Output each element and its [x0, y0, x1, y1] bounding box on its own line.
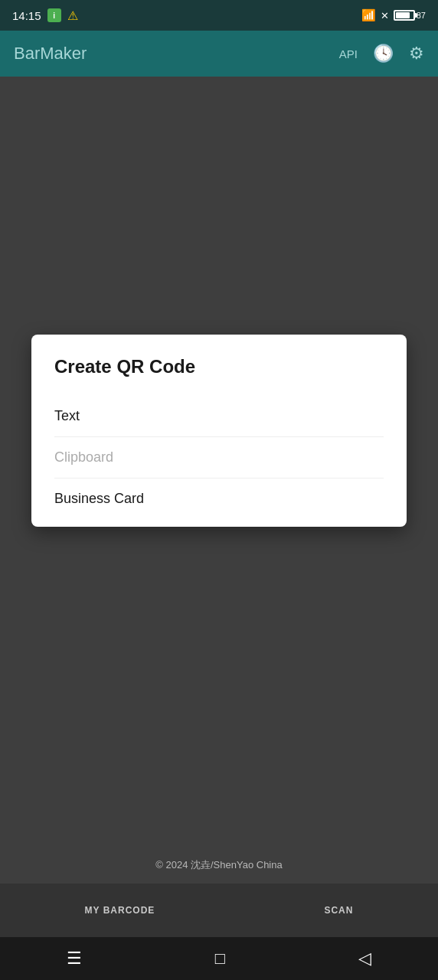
battery-box — [394, 10, 415, 21]
dialog-item-clipboard[interactable]: Clipboard — [54, 437, 384, 479]
tab-my-barcode[interactable]: MY BARCODE — [85, 905, 155, 916]
battery-fill — [396, 12, 410, 18]
battery-x-icon: ✕ — [381, 10, 389, 21]
app-bar: BarMaker API 🕓 ⚙ — [0, 31, 438, 77]
api-button[interactable]: API — [339, 47, 358, 60]
settings-icon[interactable]: ⚙ — [409, 44, 424, 64]
battery-percentage: 87 — [417, 11, 426, 20]
nav-back-icon[interactable]: ◁ — [358, 949, 371, 969]
tab-scan[interactable]: SCAN — [324, 905, 353, 916]
dialog-item-business-card[interactable]: Business Card — [54, 479, 384, 519]
app-bar-actions: API 🕓 ⚙ — [339, 44, 424, 64]
status-bar-right: 📶 ✕ 87 — [361, 8, 426, 22]
dialog-overlay: Create QR Code Text Clipboard Business C… — [0, 77, 438, 937]
app-title: BarMaker — [14, 44, 87, 64]
nav-home-icon[interactable]: □ — [215, 949, 225, 969]
nav-menu-icon[interactable]: ☰ — [67, 949, 82, 969]
main-content: Create QR Code Text Clipboard Business C… — [0, 77, 438, 937]
warning-icon: ⚠ — [67, 8, 78, 23]
nav-bar: ☰ □ ◁ — [0, 937, 438, 980]
dialog-item-text-label: Text — [54, 408, 80, 423]
dialog-item-text[interactable]: Text — [54, 396, 384, 437]
status-bar: 14:15 i ⚠ 📶 ✕ 87 — [0, 0, 438, 31]
status-bar-left: 14:15 i ⚠ — [12, 8, 78, 23]
app-status-icon: i — [47, 8, 61, 22]
battery-indicator: 87 — [394, 10, 426, 21]
dialog-title: Create QR Code — [54, 356, 384, 377]
footer-copyright: © 2024 沈垚/ShenYao China — [155, 858, 282, 872]
create-qr-dialog: Create QR Code Text Clipboard Business C… — [31, 335, 407, 527]
dialog-item-business-card-label: Business Card — [54, 491, 144, 506]
wifi-icon: 📶 — [361, 8, 376, 22]
history-icon[interactable]: 🕓 — [373, 44, 394, 64]
dialog-item-clipboard-label: Clipboard — [54, 449, 113, 465]
status-time: 14:15 — [12, 9, 41, 22]
bottom-tab-bar: MY BARCODE SCAN — [0, 884, 438, 937]
